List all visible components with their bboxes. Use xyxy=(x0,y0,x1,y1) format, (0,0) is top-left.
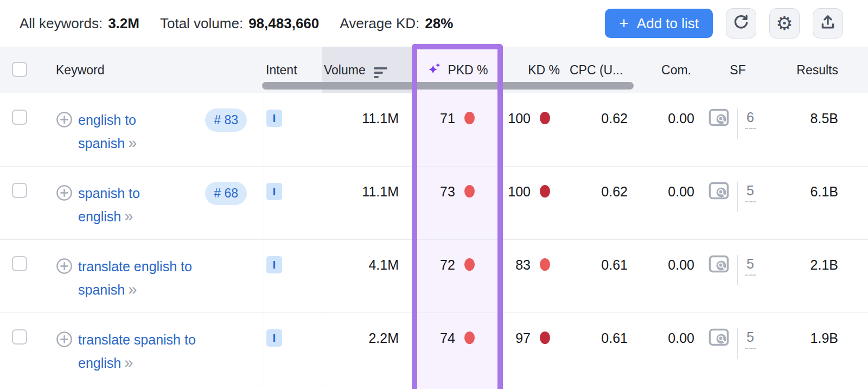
volume-cell: 4.1M xyxy=(322,240,412,313)
sf-count[interactable]: 5 xyxy=(745,329,756,349)
add-to-list-label: Add to list xyxy=(637,15,699,32)
refresh-button[interactable] xyxy=(726,8,756,39)
keyword-link[interactable]: english to spanish» xyxy=(78,109,137,166)
stat-all-keywords: All keywords: 3.2M xyxy=(20,15,139,32)
table-row: translate english to spanish» I 4.1M 72 … xyxy=(0,240,868,313)
cpc-cell: 0.61 xyxy=(564,313,637,386)
keyword-cell: translate spanish to english» xyxy=(49,313,264,386)
kd-dot xyxy=(540,185,550,197)
export-icon xyxy=(819,14,837,33)
sf-divider xyxy=(737,182,738,212)
add-keyword-icon[interactable] xyxy=(56,111,73,166)
pkd-dot xyxy=(464,258,475,271)
pkd-cell: 71 xyxy=(412,93,503,166)
kd-value: 83 xyxy=(515,257,531,313)
serp-preview-icon[interactable] xyxy=(709,328,729,386)
kd-dot xyxy=(540,331,550,344)
kd-value: 97 xyxy=(515,330,531,386)
row-checkbox[interactable] xyxy=(12,110,27,125)
results-cell: 6.1B xyxy=(770,167,868,239)
results-cell: 2.1B xyxy=(770,240,868,313)
sf-count[interactable]: 5 xyxy=(745,183,756,202)
intent-badge[interactable]: I xyxy=(266,329,282,347)
intent-cell: I xyxy=(264,167,322,239)
keywords-table: Keyword Intent Volume PKD % KD % CPC (U.… xyxy=(0,47,868,389)
stat-label: All keywords: xyxy=(20,15,103,32)
column-header-keyword[interactable]: Keyword xyxy=(49,47,264,93)
rank-badge: # 68 xyxy=(205,182,247,205)
stat-total-volume: Total volume: 98,483,660 xyxy=(160,15,319,32)
keyword-link[interactable]: translate spanish to english» xyxy=(78,328,196,386)
add-keyword-icon[interactable] xyxy=(56,258,73,313)
keyword-link[interactable]: spanish to english» xyxy=(78,182,140,239)
column-header-sf[interactable]: SF xyxy=(705,47,770,93)
stat-value: 3.2M xyxy=(108,15,139,32)
intent-badge[interactable]: I xyxy=(266,183,282,200)
kd-dot xyxy=(540,258,550,271)
select-all-cell xyxy=(0,47,49,93)
sf-divider xyxy=(737,255,738,285)
cpc-cell: 0.62 xyxy=(564,167,637,239)
sf-cell: 5 xyxy=(705,313,770,386)
keyword-cell: spanish to english» # 68 xyxy=(49,167,264,239)
sf-count[interactable]: 5 xyxy=(745,256,756,276)
refresh-icon xyxy=(732,14,750,33)
volume-cell: 2.2M xyxy=(322,313,412,386)
cpc-cell: 0.62 xyxy=(564,93,637,166)
export-button[interactable] xyxy=(813,8,843,39)
column-header-results[interactable]: Results xyxy=(770,47,868,93)
kd-value: 100 xyxy=(508,184,531,239)
row-checkbox-cell xyxy=(0,313,49,386)
sf-count[interactable]: 6 xyxy=(745,110,756,129)
add-keyword-icon[interactable] xyxy=(56,184,73,239)
stat-value: 28% xyxy=(425,15,453,32)
keyword-cell: translate english to spanish» xyxy=(49,240,264,313)
row-checkbox-cell xyxy=(0,167,49,239)
pkd-cell: 72 xyxy=(412,240,503,313)
intent-badge[interactable]: I xyxy=(266,110,282,127)
row-checkbox[interactable] xyxy=(12,256,27,271)
row-checkbox[interactable] xyxy=(12,183,27,198)
com-cell: 0.00 xyxy=(637,240,705,313)
chevron-double-icon[interactable]: » xyxy=(128,134,137,151)
select-all-checkbox[interactable] xyxy=(12,62,27,77)
row-checkbox[interactable] xyxy=(12,329,27,345)
pkd-dot xyxy=(464,112,475,124)
settings-button[interactable]: ⚙ xyxy=(769,8,800,39)
com-cell: 0.00 xyxy=(637,93,705,166)
chevron-double-icon[interactable]: » xyxy=(124,354,133,371)
keyword-link[interactable]: translate english to spanish» xyxy=(78,255,192,313)
serp-preview-icon[interactable] xyxy=(709,255,729,313)
serp-preview-icon[interactable] xyxy=(709,109,729,166)
add-to-list-button[interactable]: + Add to list xyxy=(605,9,713,38)
table-row: english to spanish» # 83 I 11.1M 71 100 … xyxy=(0,93,868,167)
chevron-double-icon[interactable]: » xyxy=(128,280,137,298)
pkd-value: 71 xyxy=(440,111,455,166)
horizontal-scrollbar[interactable] xyxy=(262,82,634,90)
intent-badge[interactable]: I xyxy=(266,256,282,273)
kd-dot xyxy=(540,112,550,124)
toolbar: All keywords: 3.2M Total volume: 98,483,… xyxy=(0,0,868,47)
kd-cell: 100 xyxy=(503,93,564,166)
column-header-com[interactable]: Com. xyxy=(637,47,705,93)
sf-cell: 5 xyxy=(705,240,770,313)
results-cell: 1.9B xyxy=(770,313,868,386)
serp-preview-icon[interactable] xyxy=(709,182,729,239)
sf-divider xyxy=(737,109,738,139)
sf-cell: 5 xyxy=(705,167,770,239)
chevron-double-icon[interactable]: » xyxy=(124,207,133,225)
add-keyword-icon[interactable] xyxy=(56,331,73,386)
pkd-value: 72 xyxy=(440,257,455,313)
row-checkbox-cell xyxy=(0,240,49,313)
stat-average-kd: Average KD: 28% xyxy=(340,15,453,32)
pkd-dot xyxy=(464,331,475,344)
gear-icon: ⚙ xyxy=(776,14,793,33)
kd-cell: 100 xyxy=(503,167,564,239)
stat-label: Total volume: xyxy=(160,15,243,32)
results-cell: 8.5B xyxy=(770,93,868,166)
stat-label: Average KD: xyxy=(340,15,419,32)
sf-cell: 6 xyxy=(705,93,770,166)
keyword-cell: english to spanish» # 83 xyxy=(49,93,264,166)
intent-cell: I xyxy=(264,93,322,166)
pkd-dot xyxy=(464,185,475,197)
